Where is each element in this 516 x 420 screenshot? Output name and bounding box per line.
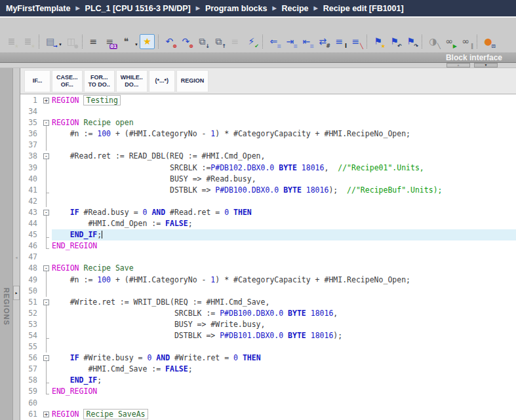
fold-toggle[interactable]: +	[41, 409, 52, 420]
code-line[interactable]: 57 #HMI.Cmd_Save := FALSE;	[20, 364, 516, 375]
code-line[interactable]: 59END_REGION	[20, 386, 516, 397]
code-line[interactable]: 44 #HMI.Cmd_Open := FALSE;	[20, 218, 516, 229]
code-text[interactable]: BUSY => #Write.busy,	[52, 319, 516, 330]
expand-region-icon[interactable]: +	[43, 98, 49, 104]
fold-toggle[interactable]: -	[41, 207, 52, 218]
renumber-operands-icon[interactable]: ⇄#	[315, 34, 330, 49]
code-line[interactable]: 54 DSTBLK => P#DB101.DBX0.0 BYTE 18016);	[20, 330, 516, 341]
code-text[interactable]	[52, 140, 516, 151]
absolute-operands-icon[interactable]: ≡	[86, 34, 101, 49]
code-text[interactable]: IF #Write.busy = 0 AND #Write.ret = 0 TH…	[52, 353, 516, 364]
remove-line-icon[interactable]: ≡╲	[348, 34, 363, 49]
regions-splitter[interactable]: ◂ ▸	[13, 68, 20, 420]
collapse-interface-button[interactable]: ▼	[474, 63, 498, 67]
block-interface-header[interactable]: Block interface	[0, 52, 516, 63]
bookmark-set-icon[interactable]: ⚑★	[370, 34, 386, 49]
undo-icon[interactable]: ↶⊗	[162, 34, 177, 49]
code-line[interactable]: 53 BUSY => #Write.busy,	[20, 319, 516, 330]
code-line[interactable]: 51- #Write.ret := WRIT_DBL(REQ := #HMI.C…	[20, 297, 516, 308]
code-line[interactable]: 55	[20, 341, 516, 353]
code-text[interactable]: END_REGION	[52, 386, 516, 397]
code-line[interactable]: 47	[20, 252, 516, 263]
code-text[interactable]	[52, 286, 516, 297]
code-line[interactable]: 60	[20, 398, 516, 409]
bookmark-next-icon[interactable]: ⚑↷	[403, 34, 418, 49]
code-text[interactable]: BUSY => #Read.busy,	[52, 174, 516, 185]
code-line[interactable]: 39 SRCBLK :=P#DB102.DBX0.0 BYTE 18016, /…	[20, 162, 516, 174]
code-line[interactable]: 46END_REGION	[20, 240, 516, 252]
collapse-region-icon[interactable]: -	[43, 355, 49, 361]
code-text[interactable]: REGION Recipe open	[52, 117, 516, 128]
favorites-toggle-icon[interactable]: ★	[140, 34, 155, 49]
code-line[interactable]: 36 #n := 100 + (#HMI.CategoryNo - 1) * #…	[20, 128, 516, 140]
code-text[interactable]: END_REGION	[52, 240, 516, 252]
code-text[interactable]	[52, 252, 516, 263]
expand-regions-button[interactable]: ▸	[13, 286, 20, 300]
code-text[interactable]: #Read.ret := READ_DBL(REQ := #HMI.Cmd_Op…	[52, 151, 516, 162]
code-text[interactable]: #Write.ret := WRIT_DBL(REQ := #HMI.Cmd_S…	[52, 297, 516, 308]
monitor-step-icon[interactable]: ∞‖	[458, 34, 473, 49]
code-text[interactable]	[52, 196, 516, 207]
fold-toggle[interactable]: -	[41, 117, 52, 128]
snippet-for[interactable]: FOR...TO DO..	[84, 70, 115, 92]
code-text[interactable]: REGION Recipe SaveAs	[52, 409, 516, 420]
code-text[interactable]: DSTBLK => P#DB101.DBX0.0 BYTE 18016);	[52, 330, 516, 341]
code-text[interactable]: REGION Recipe Save	[52, 263, 516, 274]
collapse-region-icon[interactable]: -	[43, 299, 49, 305]
outdent-icon[interactable]: ⇤≡	[299, 34, 314, 49]
code-line[interactable]: 56- IF #Write.busy = 0 AND #Write.ret = …	[20, 353, 516, 364]
code-line[interactable]: 37	[20, 140, 516, 151]
snippet-case[interactable]: CASE...OF...	[52, 70, 83, 92]
indent-icon[interactable]: ⇥≡	[283, 34, 298, 49]
code-line[interactable]: 49 #n := 100 + (#HMI.CategoryNo - 1) * #…	[20, 275, 516, 286]
code-text[interactable]: #HMI.Cmd_Open := FALSE;	[52, 218, 516, 229]
code-line[interactable]: 40 BUSY => #Read.busy,	[20, 174, 516, 185]
open-all-networks-icon-dropdown[interactable]: ▼	[58, 43, 62, 47]
code-line[interactable]: 1+REGION Testing	[20, 95, 516, 106]
monitor-call-icon[interactable]: ◑╲	[426, 34, 441, 49]
fold-toggle[interactable]: -	[41, 263, 52, 274]
code-line[interactable]: 45 END_IF;	[20, 229, 516, 240]
collapse-region-icon[interactable]: -	[43, 153, 49, 159]
fold-toggle[interactable]: +	[41, 95, 52, 106]
snippet-region[interactable]: REGION	[176, 70, 209, 92]
snippet-if[interactable]: IF...	[24, 70, 50, 92]
fold-toggle[interactable]: -	[41, 353, 52, 364]
bookmark-previous-icon[interactable]: ⚑↶	[387, 34, 402, 49]
download-window-icon[interactable]: ⧉↑	[211, 34, 226, 49]
code-text[interactable]: IF #Read.busy = 0 AND #Read.ret = 0 THEN	[52, 207, 516, 218]
code-text[interactable]: SRCBLK := P#DB100.DBX0.0 BYTE 18016,	[52, 308, 516, 319]
open-all-networks-icon[interactable]: ▤→	[43, 34, 58, 49]
breadcrumb-item[interactable]: Program blocks	[205, 4, 267, 13]
code-line[interactable]: 61+REGION Recipe SaveAs	[20, 409, 516, 420]
code-text[interactable]: #n := 100 + (#HMI.CategoryNo - 1) * #Cat…	[52, 128, 516, 140]
code-line[interactable]: 38- #Read.ret := READ_DBL(REQ := #HMI.Cm…	[20, 151, 516, 162]
code-text[interactable]: END_IF;	[52, 229, 516, 240]
know-how-protection-icon[interactable]: ●⊡	[481, 34, 496, 49]
code-text[interactable]	[52, 106, 516, 117]
code-line[interactable]: 48-REGION Recipe Save	[20, 263, 516, 274]
breadcrumb-item[interactable]: PLC_1 [CPU 1516-3 PN/DP]	[85, 4, 191, 13]
code-text[interactable]	[52, 398, 516, 409]
code-line[interactable]: 42	[20, 196, 516, 207]
code-line[interactable]: 34	[20, 106, 516, 117]
collapse-region-icon[interactable]: -	[43, 210, 49, 216]
code-text[interactable]: END_IF;	[52, 375, 516, 386]
fold-toggle[interactable]: -	[41, 297, 52, 308]
collapse-region-icon[interactable]: -	[43, 265, 49, 271]
regions-panel-tab[interactable]: REGIONS	[0, 68, 13, 420]
network-comments-icon[interactable]: ❝	[119, 34, 134, 49]
line-marker-icon[interactable]: ≡I	[332, 34, 347, 49]
code-text[interactable]: REGION Testing	[52, 95, 516, 106]
nav-backward-icon[interactable]: ⇐≡	[266, 34, 281, 49]
network-comments-icon-dropdown[interactable]: ▼	[134, 43, 138, 47]
collapse-regions-button[interactable]: ◂	[13, 254, 20, 261]
code-line[interactable]: 43- IF #Read.busy = 0 AND #Read.ret = 0 …	[20, 207, 516, 218]
code-text[interactable]	[52, 341, 516, 353]
code-line[interactable]: 52 SRCBLK := P#DB100.DBX0.0 BYTE 18016,	[20, 308, 516, 319]
code-line[interactable]: 50	[20, 286, 516, 297]
code-text[interactable]: DSTBLK => P#DB100.DBX0.0 BYTE 18016); //…	[52, 185, 516, 196]
snippet-while[interactable]: WHILE..DO...	[116, 70, 148, 92]
collapse-region-icon[interactable]: -	[43, 120, 49, 126]
upload-window-icon[interactable]: ⧉↓	[195, 34, 210, 49]
